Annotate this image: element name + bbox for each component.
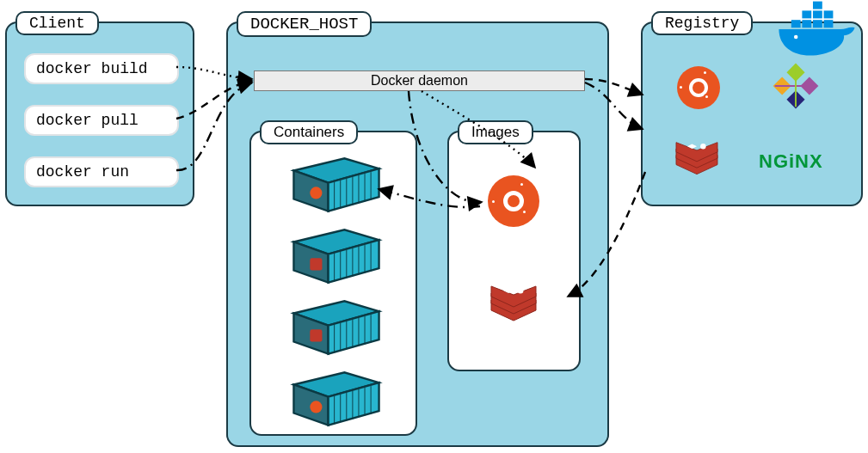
- nginx-icon: NGiNX: [759, 150, 823, 173]
- container-icon: [286, 297, 387, 358]
- container-icon: [286, 154, 387, 216]
- images-label: Images: [458, 120, 533, 144]
- svg-rect-32: [310, 329, 322, 341]
- containers-panel: Containers: [249, 131, 417, 436]
- docker-host-panel: DOCKER_HOST Docker daemon Containers: [226, 21, 609, 447]
- svg-rect-62: [813, 20, 822, 28]
- centos-icon: [772, 62, 820, 113]
- svg-rect-67: [813, 2, 822, 9]
- svg-rect-66: [824, 10, 834, 18]
- container-icon: [286, 225, 387, 287]
- svg-rect-21: [310, 258, 322, 270]
- svg-rect-64: [802, 10, 811, 18]
- svg-point-43: [310, 401, 322, 413]
- cmd-docker-pull: docker pull: [24, 105, 179, 136]
- cmd-docker-run: docker run: [24, 156, 179, 187]
- client-panel: Client docker build docker pull docker r…: [5, 21, 194, 206]
- svg-point-68: [794, 35, 798, 40]
- docker-host-label: DOCKER_HOST: [237, 11, 372, 37]
- svg-rect-65: [813, 10, 822, 18]
- svg-rect-63: [824, 20, 834, 28]
- redis-icon: [488, 283, 539, 331]
- ubuntu-icon: [677, 66, 720, 113]
- svg-rect-61: [802, 20, 811, 28]
- ubuntu-icon: [488, 175, 539, 230]
- images-panel: Images: [447, 131, 581, 371]
- redis-icon: [673, 139, 721, 184]
- docker-whale-icon: [774, 0, 867, 64]
- svg-point-10: [310, 187, 322, 199]
- svg-rect-60: [791, 20, 801, 28]
- docker-daemon-bar: Docker daemon: [254, 70, 585, 91]
- svg-point-48: [518, 288, 524, 294]
- svg-point-59: [700, 144, 705, 149]
- cmd-docker-build: docker build: [24, 53, 179, 84]
- registry-label: Registry: [651, 11, 753, 35]
- containers-label: Containers: [260, 120, 358, 144]
- client-label: Client: [15, 11, 99, 35]
- container-icon: [286, 368, 387, 430]
